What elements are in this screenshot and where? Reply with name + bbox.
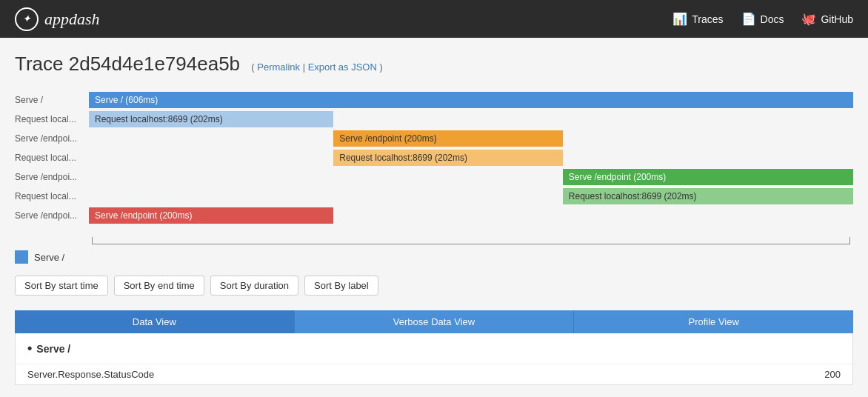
nav-traces-label: Traces xyxy=(692,13,723,25)
header-nav: 📊 Traces 📄 Docs 🐙 GitHub xyxy=(672,12,853,26)
main-content: Trace 2d54d4e1e794ea5b ( Permalink | Exp… xyxy=(0,38,868,397)
tab-data-view[interactable]: Data View xyxy=(15,310,295,333)
timeline-label: Request local... xyxy=(15,110,89,129)
sort-label-button[interactable]: Sort By label xyxy=(304,276,378,296)
page-title: Trace 2d54d4e1e794ea5b ( Permalink | Exp… xyxy=(15,53,853,76)
timeline-row: Request local... Request localhost:8699 … xyxy=(15,148,853,167)
timeline-label: Serve / xyxy=(15,90,89,110)
timeline-label: Serve /endpoi... xyxy=(15,167,89,187)
data-section-title: Serve / xyxy=(16,333,852,364)
sort-start-time-button[interactable]: Sort By start time xyxy=(15,276,108,296)
legend-color-box xyxy=(15,250,28,264)
data-table: Server.Response.StatusCode 200 xyxy=(16,364,852,384)
data-value: 200 xyxy=(678,364,852,385)
timeline-bar-cell: Serve /endpoint (200ms) xyxy=(89,206,853,225)
timeline-row: Serve /endpoi... Serve /endpoint (200ms) xyxy=(15,129,853,148)
timeline-bar: Serve /endpoint (200ms) xyxy=(89,207,333,224)
docs-icon: 📄 xyxy=(741,12,756,26)
nav-docs[interactable]: 📄 Docs xyxy=(741,12,784,26)
timeline-row: Serve /endpoi... Serve /endpoint (200ms) xyxy=(15,167,853,187)
sort-duration-button[interactable]: Sort By duration xyxy=(210,276,298,296)
logo-icon: ✦ xyxy=(15,7,39,31)
timeline-label: Request local... xyxy=(15,148,89,167)
tab-verbose-view[interactable]: Verbose Data View xyxy=(295,310,575,333)
timeline-bar: Request localhost:8699 (202ms) xyxy=(89,111,333,127)
timeline-row: Request local... Request localhost:8699 … xyxy=(15,187,853,206)
timeline-bar-cell: Request localhost:8699 (202ms) xyxy=(89,187,853,206)
nav-github[interactable]: 🐙 GitHub xyxy=(801,12,853,26)
timeline-bar-cell: Serve /endpoint (200ms) xyxy=(89,129,853,148)
timeline-bar: Serve /endpoint (200ms) xyxy=(333,130,563,147)
timeline-bar-cell: Serve / (606ms) xyxy=(89,90,853,110)
nav-docs-label: Docs xyxy=(761,13,784,25)
timeline-label: Request local... xyxy=(15,187,89,206)
timeline-label: Serve /endpoi... xyxy=(15,206,89,225)
timeline-bar: Request localhost:8699 (202ms) xyxy=(333,150,563,166)
tab-profile-view[interactable]: Profile View xyxy=(574,310,853,333)
logo-text: appdash xyxy=(44,10,100,29)
page-title-links: ( Permalink | Export as JSON ) xyxy=(251,61,383,73)
data-key: Server.Response.StatusCode xyxy=(16,364,678,385)
timeline-bar: Serve / (606ms) xyxy=(89,92,853,108)
permalink-link[interactable]: Permalink xyxy=(257,61,300,73)
sort-buttons-container: Sort By start time Sort By end time Sort… xyxy=(15,276,853,296)
nav-traces[interactable]: 📊 Traces xyxy=(672,12,723,26)
timeline-row: Serve / Serve / (606ms) xyxy=(15,90,853,110)
data-view-tabs: Data View Verbose Data View Profile View xyxy=(15,310,853,333)
timeline-container: Serve / Serve / (606ms) Request local...… xyxy=(15,90,853,244)
export-json-link[interactable]: Export as JSON xyxy=(308,61,377,73)
legend: Serve / xyxy=(15,250,853,264)
timeline-label: Serve /endpoi... xyxy=(15,129,89,148)
github-icon: 🐙 xyxy=(801,12,816,26)
nav-github-label: GitHub xyxy=(821,13,853,25)
data-table-row: Server.Response.StatusCode 200 xyxy=(16,364,852,385)
sort-end-time-button[interactable]: Sort By end time xyxy=(114,276,204,296)
timeline-bar: Serve /endpoint (200ms) xyxy=(563,169,853,185)
legend-label: Serve / xyxy=(34,252,64,263)
app-logo[interactable]: ✦ appdash xyxy=(15,7,100,31)
timeline-row: Serve /endpoi... Serve /endpoint (200ms) xyxy=(15,206,853,225)
timeline-row: Request local... Request localhost:8699 … xyxy=(15,110,853,129)
timeline-bar-cell: Request localhost:8699 (202ms) xyxy=(89,148,853,167)
timeline-table: Serve / Serve / (606ms) Request local...… xyxy=(15,90,853,225)
timeline-bar-cell: Serve /endpoint (200ms) xyxy=(89,167,853,187)
timeline-scroll-bar xyxy=(92,237,850,244)
traces-icon: 📊 xyxy=(672,12,687,26)
timeline-bar-cell: Request localhost:8699 (202ms) xyxy=(89,110,853,129)
data-section: Serve / Server.Response.StatusCode 200 xyxy=(15,333,853,385)
header: ✦ appdash 📊 Traces 📄 Docs 🐙 GitHub xyxy=(0,0,868,38)
timeline-bar: Request localhost:8699 (202ms) xyxy=(563,188,853,204)
